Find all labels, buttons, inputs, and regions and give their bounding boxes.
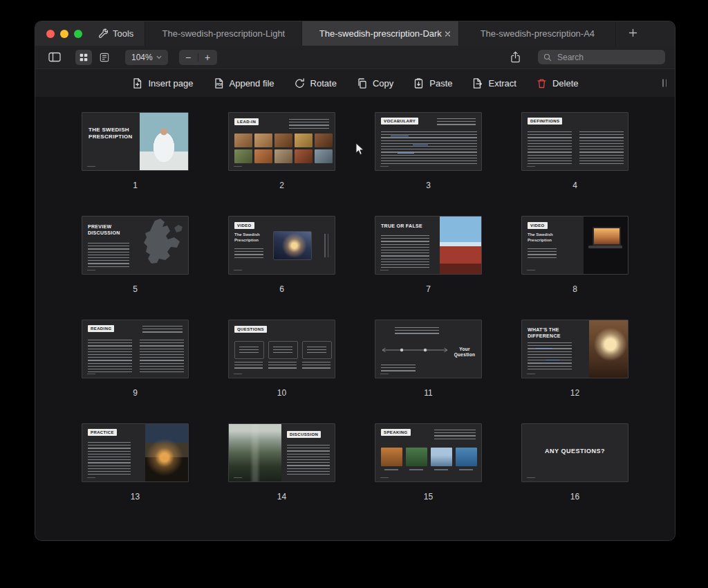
page-thumbnail-14[interactable]: DISCUSSION xyxy=(228,423,335,482)
slide-footer xyxy=(527,270,535,271)
text-lines-placeholder xyxy=(88,340,132,373)
page-number: 1 xyxy=(82,181,189,190)
text-lines-placeholder xyxy=(528,248,557,259)
page-thumbnail-12[interactable]: WHAT'S THE DIFFERENCE xyxy=(521,320,628,378)
photo-grid xyxy=(234,134,333,163)
extract-button[interactable]: Extract xyxy=(472,77,516,89)
page-number: 9 xyxy=(82,388,189,398)
question-box xyxy=(302,341,332,359)
sidebar-toggle-icon xyxy=(49,53,60,62)
slide-title: LEAD-IN xyxy=(234,118,259,125)
page-thumbnail-8[interactable]: VIDEO The Swedish Prescription xyxy=(521,216,628,275)
text-lines-placeholder xyxy=(381,365,416,371)
page-view-button[interactable] xyxy=(96,50,113,65)
text-lines-placeholder xyxy=(395,327,439,334)
zoom-window-icon[interactable] xyxy=(74,30,82,38)
page-thumbnail-5[interactable]: PREVIEW DISCUSSION xyxy=(82,216,189,275)
slide-footer xyxy=(234,270,242,271)
page-thumbnail-9[interactable]: READING xyxy=(82,320,189,378)
append-file-button[interactable]: PDF Append file xyxy=(213,77,274,89)
page-thumbnail-3[interactable]: VOCABULARY xyxy=(375,112,482,171)
slide-title: PRACTICE xyxy=(88,429,117,436)
sidebar-toggle-button[interactable] xyxy=(45,50,64,65)
page-cell-14: DISCUSSION 14 xyxy=(228,423,335,502)
night-house-photo xyxy=(145,424,188,481)
link-text xyxy=(413,145,428,145)
page-grid: THE SWEDISH PRESCRIPTION 1 LEAD-IN xyxy=(82,112,628,502)
page-cell-8: VIDEO The Swedish Prescription 8 xyxy=(521,216,628,294)
text-lines-placeholder xyxy=(381,235,429,268)
text-lines-placeholder xyxy=(142,326,183,335)
tab-dark-active[interactable]: The-swedish-prescription-Dark xyxy=(301,21,458,46)
copy-button[interactable]: Copy xyxy=(356,77,393,89)
page-cell-13: PRACTICE 13 xyxy=(82,423,189,502)
page-thumbnail-1[interactable]: THE SWEDISH PRESCRIPTION xyxy=(82,112,189,171)
page-number: 6 xyxy=(228,284,335,294)
slide-footer xyxy=(234,374,242,375)
page-cell-4: DEFINITIONS 4 xyxy=(521,112,628,190)
page-cell-15: SPEAKING 15 xyxy=(375,423,482,502)
mini-photo xyxy=(254,149,272,163)
timeline-graphic xyxy=(380,345,450,355)
rotate-button[interactable]: Rotate xyxy=(294,77,337,89)
slide-footer xyxy=(380,166,389,167)
text-lines-placeholder xyxy=(234,248,263,259)
zoom-level-button[interactable]: 104% xyxy=(125,50,168,65)
mini-photo xyxy=(234,134,252,147)
tab-a4[interactable]: The-swedish-prescription-A4 xyxy=(458,21,615,46)
page-thumbnail-2[interactable]: LEAD-IN xyxy=(228,112,335,171)
paste-button[interactable]: Paste xyxy=(413,77,452,89)
window-controls xyxy=(35,21,93,46)
page-thumbnail-11[interactable]: Your Question xyxy=(375,320,482,378)
page-thumbnail-16[interactable]: ANY QUESTIONS? xyxy=(521,423,628,482)
zoom-value: 104% xyxy=(131,53,153,62)
insert-page-button[interactable]: Insert page xyxy=(131,77,193,89)
zoom-in-button[interactable]: + xyxy=(198,50,217,65)
mini-photo xyxy=(234,149,252,163)
page-thumbnail-15[interactable]: SPEAKING xyxy=(375,423,482,482)
page-cell-6: VIDEO The Swedish Prescription 6 xyxy=(228,216,335,294)
page-number: 13 xyxy=(82,492,189,502)
page-cell-16: ANY QUESTIONS? 16 xyxy=(521,423,628,502)
delete-button[interactable]: Delete xyxy=(536,77,579,89)
page-number: 3 xyxy=(375,181,482,190)
svg-text:PDF: PDF xyxy=(216,83,222,86)
close-window-icon[interactable] xyxy=(46,30,55,38)
page-cell-9: READING 9 xyxy=(82,320,189,398)
slide-title: WHAT'S THE DIFFERENCE xyxy=(528,327,570,339)
page-number: 14 xyxy=(228,492,335,502)
question-box xyxy=(234,341,264,359)
search-input[interactable] xyxy=(556,52,642,63)
mini-photo xyxy=(295,134,313,147)
text-lines-placeholder xyxy=(289,119,329,129)
append-file-icon: PDF xyxy=(213,77,225,89)
close-tab-icon[interactable] xyxy=(445,30,451,37)
page-thumbnail-13[interactable]: PRACTICE xyxy=(82,423,189,482)
page-thumbnail-4[interactable]: DEFINITIONS xyxy=(521,112,628,171)
new-tab-button[interactable] xyxy=(615,21,675,46)
caption-placeholder xyxy=(409,469,423,470)
mini-photo xyxy=(406,448,427,466)
page-number: 15 xyxy=(375,492,482,502)
page-thumbnail-10[interactable]: QUESTIONS xyxy=(228,320,335,378)
tools-button[interactable]: Tools xyxy=(93,21,145,46)
page-thumbnail-6[interactable]: VIDEO The Swedish Prescription xyxy=(228,216,335,275)
slide-footer xyxy=(234,477,242,479)
page-number: 7 xyxy=(375,284,482,294)
tab-light[interactable]: The-swedish-prescription-Light xyxy=(145,21,301,46)
search-field[interactable] xyxy=(538,50,665,64)
thumbnail-view-button[interactable] xyxy=(75,50,92,65)
minimize-window-icon[interactable] xyxy=(60,30,68,38)
page-thumbnail-7[interactable]: TRUE OR FALSE xyxy=(375,216,482,275)
slide-title: DISCUSSION xyxy=(287,431,321,438)
text-lines-placeholder xyxy=(434,430,476,439)
share-button[interactable] xyxy=(507,50,524,65)
slide-title: Your Question xyxy=(450,347,479,358)
caption-placeholder xyxy=(459,469,473,470)
slide-subtitle: The Swedish Prescription xyxy=(528,232,563,244)
panel-grip-icon[interactable] xyxy=(662,80,667,87)
text-lines-placeholder xyxy=(528,131,572,166)
link-text xyxy=(536,348,552,349)
zoom-out-button[interactable]: − xyxy=(179,50,198,65)
slide-footer xyxy=(87,477,95,479)
